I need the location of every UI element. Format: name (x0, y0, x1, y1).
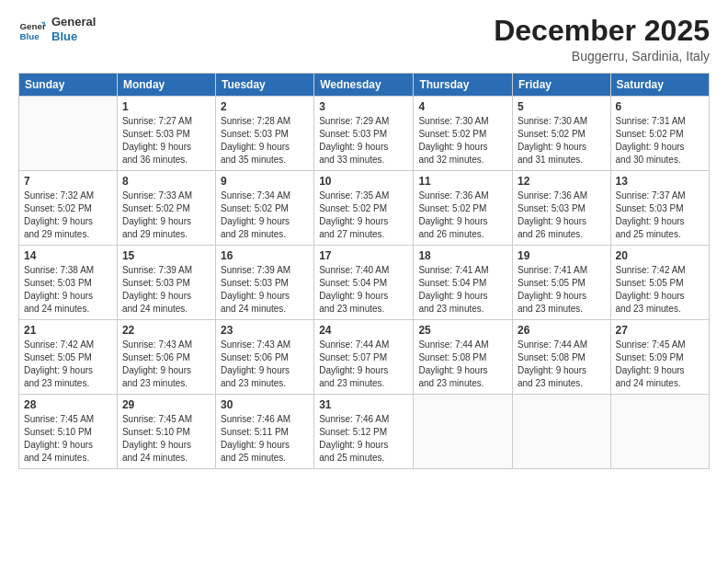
day-info: Sunrise: 7:46 AMSunset: 5:12 PMDaylight:… (319, 413, 408, 465)
day-number: 19 (518, 249, 606, 262)
day-info: Sunrise: 7:30 AMSunset: 5:02 PMDaylight:… (418, 115, 507, 167)
table-cell: 26Sunrise: 7:44 AMSunset: 5:08 PMDayligh… (512, 320, 610, 395)
table-cell: 25Sunrise: 7:44 AMSunset: 5:08 PMDayligh… (414, 320, 513, 395)
day-number: 6 (616, 100, 704, 113)
calendar-table: Sunday Monday Tuesday Wednesday Thursday… (18, 73, 710, 469)
table-cell: 12Sunrise: 7:36 AMSunset: 5:03 PMDayligh… (512, 171, 610, 246)
table-cell: 19Sunrise: 7:41 AMSunset: 5:05 PMDayligh… (512, 246, 610, 320)
day-info: Sunrise: 7:31 AMSunset: 5:02 PMDaylight:… (616, 115, 704, 167)
day-number: 22 (122, 324, 210, 337)
day-info: Sunrise: 7:32 AMSunset: 5:02 PMDaylight:… (24, 190, 112, 241)
col-saturday: Saturday (610, 74, 709, 97)
day-number: 7 (24, 175, 112, 188)
day-info: Sunrise: 7:45 AMSunset: 5:10 PMDaylight:… (122, 413, 210, 465)
logo: General Blue General Blue (18, 15, 96, 43)
day-info: Sunrise: 7:43 AMSunset: 5:06 PMDaylight:… (221, 339, 309, 390)
table-cell (19, 97, 118, 171)
table-cell: 27Sunrise: 7:45 AMSunset: 5:09 PMDayligh… (610, 320, 709, 395)
table-cell: 7Sunrise: 7:32 AMSunset: 5:02 PMDaylight… (19, 171, 118, 246)
table-cell: 31Sunrise: 7:46 AMSunset: 5:12 PMDayligh… (314, 395, 414, 469)
table-cell: 1Sunrise: 7:27 AMSunset: 5:03 PMDaylight… (117, 97, 215, 171)
logo-blue: Blue (51, 29, 96, 44)
day-info: Sunrise: 7:33 AMSunset: 5:02 PMDaylight:… (122, 190, 210, 241)
day-number: 3 (319, 100, 408, 113)
day-number: 23 (221, 324, 309, 337)
day-number: 18 (418, 249, 507, 262)
day-info: Sunrise: 7:45 AMSunset: 5:09 PMDaylight:… (616, 339, 704, 390)
table-cell: 21Sunrise: 7:42 AMSunset: 5:05 PMDayligh… (19, 320, 118, 395)
day-number: 14 (24, 249, 112, 262)
table-cell: 9Sunrise: 7:34 AMSunset: 5:02 PMDaylight… (215, 171, 313, 246)
table-cell: 24Sunrise: 7:44 AMSunset: 5:07 PMDayligh… (314, 320, 414, 395)
day-info: Sunrise: 7:46 AMSunset: 5:11 PMDaylight:… (221, 413, 309, 465)
day-number: 25 (418, 324, 507, 337)
month-title: December 2025 (494, 15, 710, 47)
day-info: Sunrise: 7:27 AMSunset: 5:03 PMDaylight:… (122, 115, 210, 167)
day-number: 2 (221, 100, 309, 113)
col-sunday: Sunday (19, 74, 118, 97)
table-cell: 29Sunrise: 7:45 AMSunset: 5:10 PMDayligh… (117, 395, 215, 469)
day-number: 4 (418, 100, 507, 113)
page-container: General Blue General Blue December 2025 … (0, 0, 728, 478)
day-number: 5 (518, 100, 606, 113)
day-number: 29 (122, 398, 210, 411)
table-cell: 23Sunrise: 7:43 AMSunset: 5:06 PMDayligh… (215, 320, 313, 395)
calendar-week-row: 1Sunrise: 7:27 AMSunset: 5:03 PMDaylight… (19, 97, 710, 171)
day-number: 11 (418, 175, 507, 188)
day-number: 13 (616, 175, 704, 188)
day-info: Sunrise: 7:36 AMSunset: 5:02 PMDaylight:… (418, 190, 507, 241)
col-monday: Monday (117, 74, 215, 97)
table-cell (610, 395, 709, 469)
table-cell: 11Sunrise: 7:36 AMSunset: 5:02 PMDayligh… (414, 171, 513, 246)
day-number: 20 (616, 249, 704, 262)
title-block: December 2025 Buggerru, Sardinia, Italy (494, 15, 710, 63)
table-cell: 17Sunrise: 7:40 AMSunset: 5:04 PMDayligh… (314, 246, 414, 320)
table-cell: 15Sunrise: 7:39 AMSunset: 5:03 PMDayligh… (117, 246, 215, 320)
calendar-header-row: Sunday Monday Tuesday Wednesday Thursday… (19, 74, 710, 97)
table-cell: 28Sunrise: 7:45 AMSunset: 5:10 PMDayligh… (19, 395, 118, 469)
day-number: 8 (122, 175, 210, 188)
day-info: Sunrise: 7:39 AMSunset: 5:03 PMDaylight:… (221, 264, 309, 316)
day-number: 17 (319, 249, 408, 262)
day-number: 31 (319, 398, 408, 411)
logo-general: General (51, 15, 96, 29)
table-cell: 5Sunrise: 7:30 AMSunset: 5:02 PMDaylight… (512, 97, 610, 171)
day-info: Sunrise: 7:38 AMSunset: 5:03 PMDaylight:… (24, 264, 112, 316)
day-info: Sunrise: 7:29 AMSunset: 5:03 PMDaylight:… (319, 115, 408, 167)
day-info: Sunrise: 7:39 AMSunset: 5:03 PMDaylight:… (122, 264, 210, 316)
header: General Blue General Blue December 2025 … (18, 15, 710, 63)
col-wednesday: Wednesday (314, 74, 414, 97)
day-info: Sunrise: 7:30 AMSunset: 5:02 PMDaylight:… (518, 115, 606, 167)
table-cell: 13Sunrise: 7:37 AMSunset: 5:03 PMDayligh… (610, 171, 709, 246)
table-cell: 14Sunrise: 7:38 AMSunset: 5:03 PMDayligh… (19, 246, 118, 320)
day-info: Sunrise: 7:34 AMSunset: 5:02 PMDaylight:… (221, 190, 309, 241)
day-info: Sunrise: 7:40 AMSunset: 5:04 PMDaylight:… (319, 264, 408, 316)
table-cell: 20Sunrise: 7:42 AMSunset: 5:05 PMDayligh… (610, 246, 709, 320)
col-friday: Friday (512, 74, 610, 97)
logo-icon: General Blue (18, 16, 46, 43)
table-cell: 6Sunrise: 7:31 AMSunset: 5:02 PMDaylight… (610, 97, 709, 171)
day-number: 12 (518, 175, 606, 188)
calendar-week-row: 7Sunrise: 7:32 AMSunset: 5:02 PMDaylight… (19, 171, 710, 246)
table-cell: 3Sunrise: 7:29 AMSunset: 5:03 PMDaylight… (314, 97, 414, 171)
day-info: Sunrise: 7:44 AMSunset: 5:07 PMDaylight:… (319, 339, 408, 390)
day-number: 16 (221, 249, 309, 262)
day-info: Sunrise: 7:41 AMSunset: 5:04 PMDaylight:… (418, 264, 507, 316)
table-cell: 8Sunrise: 7:33 AMSunset: 5:02 PMDaylight… (117, 171, 215, 246)
day-number: 15 (122, 249, 210, 262)
table-cell (512, 395, 610, 469)
table-cell (414, 395, 513, 469)
svg-text:Blue: Blue (20, 30, 40, 40)
day-info: Sunrise: 7:43 AMSunset: 5:06 PMDaylight:… (122, 339, 210, 390)
table-cell: 30Sunrise: 7:46 AMSunset: 5:11 PMDayligh… (215, 395, 313, 469)
location: Buggerru, Sardinia, Italy (494, 49, 710, 63)
day-info: Sunrise: 7:42 AMSunset: 5:05 PMDaylight:… (24, 339, 112, 390)
day-number: 30 (221, 398, 309, 411)
calendar-week-row: 21Sunrise: 7:42 AMSunset: 5:05 PMDayligh… (19, 320, 710, 395)
table-cell: 16Sunrise: 7:39 AMSunset: 5:03 PMDayligh… (215, 246, 313, 320)
day-info: Sunrise: 7:44 AMSunset: 5:08 PMDaylight:… (518, 339, 606, 390)
table-cell: 22Sunrise: 7:43 AMSunset: 5:06 PMDayligh… (117, 320, 215, 395)
day-number: 9 (221, 175, 309, 188)
day-info: Sunrise: 7:37 AMSunset: 5:03 PMDaylight:… (616, 190, 704, 241)
day-number: 27 (616, 324, 704, 337)
